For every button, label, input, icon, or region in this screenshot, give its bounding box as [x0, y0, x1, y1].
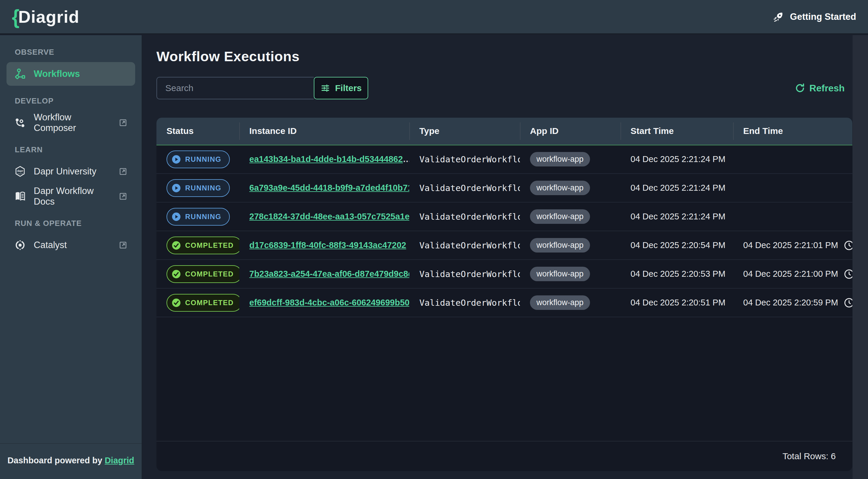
app-id-cell: workflow-app	[520, 202, 620, 231]
end-time-cell	[733, 145, 852, 173]
sidebar-item-workflows[interactable]: Workflows	[6, 62, 135, 86]
clock-icon	[843, 268, 852, 280]
start-time-cell: 04 Dec 2025 2:21:24 PM	[620, 145, 733, 173]
workflow-executions-table-card: Status Instance ID Type App ID Start Tim…	[156, 118, 852, 471]
app-id-chip: workflow-app	[530, 295, 590, 310]
search-input[interactable]	[156, 77, 314, 99]
section-label-observe: OBSERVE	[6, 47, 135, 57]
filters-label: Filters	[335, 83, 362, 93]
external-link-icon	[119, 167, 127, 176]
end-time-cell	[733, 173, 852, 202]
end-time-cell: 04 Dec 2025 2:21:00 PM	[733, 260, 852, 288]
logo-wordmark: Diagrid	[18, 7, 80, 27]
status-badge: RUNNING	[166, 151, 230, 168]
section-label-develop: DEVELOP	[6, 96, 135, 105]
app-id-chip: workflow-app	[530, 152, 590, 166]
column-header-end-time: End Time	[733, 118, 852, 145]
table-row[interactable]: COMPLETED 7b23a823-a254-47ea-af06-d87e47…	[156, 260, 852, 288]
diagrid-footer-link[interactable]: Diagrid	[105, 456, 134, 465]
instance-id-link[interactable]: d17c6839-1ff8-40fc-88f3-49143ac47202	[249, 241, 406, 250]
end-time-cell: 04 Dec 2025 2:21:01 PM	[733, 231, 852, 260]
table-row[interactable]: RUNNING 6a793a9e-45dd-4418-b9f9-a7ded4f1…	[156, 173, 852, 202]
start-time-cell: 04 Dec 2025 2:21:24 PM	[620, 173, 733, 202]
section-label-learn: LEARN	[6, 145, 135, 154]
sidebar-item-label: Workflow Composer	[34, 112, 111, 133]
instance-id-cell: 278c1824-37dd-48ee-aa13-057c7525a1ef	[239, 202, 409, 231]
clock-icon	[843, 240, 852, 251]
svg-text:dapr: dapr	[17, 169, 23, 172]
dapr-university-icon: dapr University	[14, 166, 26, 178]
column-header-start-time: Start Time	[620, 118, 733, 145]
powered-by-text: Dashboard powered by	[7, 456, 102, 465]
instance-id-cell: 6a793a9e-45dd-4418-b9f9-a7ded4f10b71	[239, 173, 409, 202]
column-header-type: Type	[409, 118, 520, 145]
composer-icon	[14, 117, 26, 129]
column-header-status: Status	[156, 118, 239, 145]
sliders-icon	[320, 83, 330, 93]
status-cell: RUNNING	[156, 145, 239, 173]
diagrid-logo[interactable]: { Diagrid	[12, 7, 80, 27]
type-cell: ValidateOrderWorkflow	[409, 231, 520, 260]
sidebar-item-label: Workflows	[34, 69, 80, 79]
sidebar-item-workflow-composer[interactable]: Workflow Composer	[6, 111, 135, 134]
type-cell: ValidateOrderWorkflow	[409, 288, 520, 317]
app-id-cell: workflow-app	[520, 173, 620, 202]
sidebar-item-dapr-workflow-docs[interactable]: Dapr Workflow Docs	[6, 185, 135, 208]
table-row[interactable]: COMPLETED d17c6839-1ff8-40fc-88f3-49143a…	[156, 231, 852, 260]
rocket-icon	[773, 11, 785, 23]
end-time-cell	[733, 202, 852, 231]
filters-button[interactable]: Filters	[314, 77, 368, 99]
instance-id-link[interactable]: 7b23a823-a254-47ea-af06-d87e479d9c8d	[249, 269, 409, 279]
external-link-icon	[119, 241, 127, 250]
start-time-cell: 04 Dec 2025 2:21:24 PM	[620, 202, 733, 231]
app-id-cell: workflow-app	[520, 260, 620, 288]
status-cell: COMPLETED	[156, 231, 239, 260]
type-cell: ValidateOrderWorkflow	[409, 260, 520, 288]
status-cell: RUNNING	[156, 173, 239, 202]
instance-id-link[interactable]: 6a793a9e-45dd-4418-b9f9-a7ded4f10b71	[249, 183, 409, 192]
status-badge: RUNNING	[166, 179, 230, 197]
scrollbar-track[interactable]	[852, 35, 868, 479]
sidebar-item-label: Dapr Workflow Docs	[34, 186, 111, 207]
getting-started-button[interactable]: Getting Started	[773, 11, 856, 23]
workflow-executions-table: Status Instance ID Type App ID Start Tim…	[156, 118, 852, 317]
type-cell: ValidateOrderWorkflow	[409, 202, 520, 231]
app-id-chip: workflow-app	[530, 267, 590, 281]
catalyst-icon	[14, 239, 26, 251]
instance-id-link[interactable]: ea143b34-ba1d-4dde-b14b-d53444862	[249, 154, 403, 164]
table-header-row: Status Instance ID Type App ID Start Tim…	[156, 118, 852, 145]
truncation-ellipsis: …	[403, 154, 409, 164]
table-footer: Total Rows: 6	[156, 441, 852, 471]
column-header-app-id: App ID	[520, 118, 620, 145]
status-badge: COMPLETED	[166, 236, 239, 254]
app-id-cell: workflow-app	[520, 145, 620, 173]
table-row[interactable]: RUNNING 278c1824-37dd-48ee-aa13-057c7525…	[156, 202, 852, 231]
sidebar-footer: Dashboard powered by Diagrid	[0, 443, 142, 479]
type-cell: ValidateOrderWorkflow	[409, 173, 520, 202]
app-id-cell: workflow-app	[520, 231, 620, 260]
status-cell: COMPLETED	[156, 260, 239, 288]
refresh-button[interactable]: Refresh	[795, 83, 845, 94]
section-label-run-operate: RUN & OPERATE	[6, 219, 135, 228]
sidebar-item-label: Catalyst	[34, 240, 67, 250]
sidebar-item-catalyst[interactable]: Catalyst	[6, 233, 135, 257]
type-cell: ValidateOrderWorkflow	[409, 145, 520, 173]
check-circle-icon	[171, 269, 181, 279]
refresh-label: Refresh	[809, 83, 845, 94]
getting-started-label: Getting Started	[790, 11, 856, 22]
instance-id-cell: ea143b34-ba1d-4dde-b14b-d53444862…	[239, 145, 409, 173]
end-time-cell: 04 Dec 2025 2:20:59 PM	[733, 288, 852, 317]
sidebar-item-label: Dapr University	[34, 166, 96, 177]
table-row[interactable]: COMPLETED ef69dcff-983d-4cbc-a06c-606249…	[156, 288, 852, 317]
app-id-chip: workflow-app	[530, 238, 590, 253]
book-icon	[14, 190, 26, 202]
status-badge: RUNNING	[166, 208, 230, 226]
table-row[interactable]: RUNNING ea143b34-ba1d-4dde-b14b-d5344486…	[156, 145, 852, 173]
controls-row: Filters Refresh	[156, 77, 852, 99]
logo-brace-icon: {	[12, 6, 20, 27]
instance-id-link[interactable]: ef69dcff-983d-4cbc-a06c-606249699b50	[249, 298, 409, 307]
check-circle-icon	[171, 241, 181, 250]
sidebar-item-dapr-university[interactable]: dapr University Dapr University	[6, 160, 135, 183]
sidebar: OBSERVE Workflows DEVELOP Workflow Compo…	[0, 35, 142, 479]
instance-id-link[interactable]: 278c1824-37dd-48ee-aa13-057c7525a1ef	[249, 212, 409, 221]
